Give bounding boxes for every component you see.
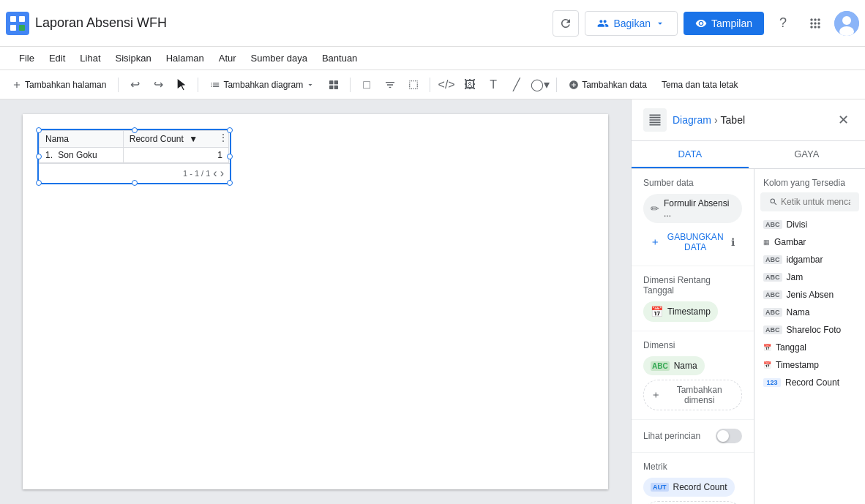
col-item-jenis-absen[interactable]: ABC Jenis Absen: [754, 286, 865, 304]
add-page-label: Tambahkan halaman: [25, 80, 106, 90]
shape-square-tool[interactable]: □: [356, 75, 377, 95]
tab-gaya[interactable]: GAYA: [749, 141, 866, 168]
resize-handle-tl[interactable]: [36, 127, 42, 133]
gabung-label: GABUNGKAN DATA: [664, 232, 727, 252]
share-button[interactable]: Bagikan: [585, 11, 678, 36]
col-item-divisi[interactable]: ABC Divisi: [754, 216, 865, 233]
col-type-abc: ABC: [763, 290, 782, 299]
col-name: Jenis Absen: [787, 290, 834, 300]
col-header-record-count: Record Count ▼: [123, 131, 228, 148]
user-avatar[interactable]: [834, 11, 859, 36]
timestamp-chip[interactable]: 📅 Timestamp: [643, 301, 718, 322]
canvas-area[interactable]: ⋮ Nama Record Count ▼: [0, 99, 631, 504]
image-tool[interactable]: 🖼: [460, 75, 480, 95]
menu-sumber-daya[interactable]: Sumber daya: [244, 50, 315, 67]
table-options-button[interactable]: ⋮: [218, 132, 228, 143]
col-type-abc: ABC: [763, 255, 782, 264]
dimensi-chip[interactable]: ABC Nama: [643, 356, 705, 375]
layout-tool[interactable]: [403, 75, 424, 95]
col-item-nama[interactable]: ABC Nama: [754, 304, 865, 321]
breadcrumb-current: Tabel: [721, 114, 745, 126]
select-tool[interactable]: [171, 75, 192, 95]
svg-rect-9: [334, 80, 338, 84]
info-icon[interactable]: ℹ: [731, 236, 735, 248]
app-logo: [6, 12, 29, 35]
menu-file[interactable]: File: [12, 50, 42, 67]
dimensi-label: Dimensi: [643, 340, 742, 350]
panel-header-icon: [643, 108, 667, 132]
col-item-gambar[interactable]: ▦ Gambar: [754, 233, 865, 251]
search-columns-input[interactable]: [781, 197, 850, 207]
topbar: Laporan Absensi WFH Bagikan Tampilan ?: [0, 0, 865, 47]
lihat-perincian-section: Lihat perincian: [632, 420, 754, 453]
dimensi-rentang-section: Dimensi Rentang Tanggal 📅 Timestamp: [632, 266, 754, 331]
more-shapes-tool[interactable]: ◯▾: [530, 75, 550, 95]
col-item-jam[interactable]: ABC Jam: [754, 268, 865, 286]
menu-sisipkan[interactable]: Sisipkan: [108, 50, 159, 67]
menu-halaman[interactable]: Halaman: [159, 50, 211, 67]
toolbar: Tambahkan halaman ↩ ↪ Tambahkan diagram …: [0, 70, 865, 99]
redo-button[interactable]: ↪: [148, 75, 168, 95]
col-item-shareloc[interactable]: ABC Shareloc Foto: [754, 321, 865, 339]
prev-page-button[interactable]: ‹: [213, 167, 217, 180]
source-chip[interactable]: ✏ Formulir Absensi ...: [643, 194, 742, 223]
text-tool[interactable]: T: [483, 75, 503, 95]
menu-lihat[interactable]: Lihat: [72, 50, 108, 67]
resize-handle-mr[interactable]: [227, 154, 233, 159]
code-tool[interactable]: </>: [436, 75, 457, 95]
panel-close-button[interactable]: ✕: [833, 110, 853, 130]
tampilan-button[interactable]: Tampilan: [684, 12, 764, 35]
svg-rect-0: [6, 12, 29, 35]
help-button[interactable]: ?: [770, 10, 796, 37]
undo-button[interactable]: ↩: [124, 75, 145, 95]
gabung-data-button[interactable]: GABUNGKAN DATA ℹ: [643, 227, 742, 257]
timestamp-value: Timestamp: [667, 306, 711, 317]
available-columns-col: Kolom yang Tersedia ABC Divisi ▦ Gambar …: [754, 169, 865, 504]
right-panel: Diagram › Tabel ✕ DATA GAYA Sumber data …: [631, 99, 865, 504]
col-name: Tanggal: [776, 342, 806, 353]
resize-handle-br[interactable]: [227, 180, 233, 186]
add-metric-button[interactable]: Tambahkan metrik: [643, 501, 742, 504]
add-data-button[interactable]: Tambahkan data: [563, 75, 653, 95]
breadcrumb-parent[interactable]: Diagram: [673, 114, 711, 126]
metrik-chip[interactable]: AUT Record Count: [643, 478, 735, 497]
panel-tabs: DATA GAYA: [632, 141, 865, 169]
component-tool[interactable]: [323, 75, 344, 95]
separator-2: [198, 78, 198, 92]
refresh-button[interactable]: [553, 10, 579, 37]
col-item-record-count[interactable]: 123 Record Count: [754, 374, 865, 391]
menu-bantuan[interactable]: Bantuan: [315, 50, 364, 67]
filter-tool[interactable]: [380, 75, 400, 95]
menu-edit[interactable]: Edit: [42, 50, 72, 67]
add-diagram-button[interactable]: Tambahkan diagram: [204, 75, 321, 95]
grid-button[interactable]: [802, 10, 828, 37]
search-icon: [769, 197, 778, 207]
tab-data[interactable]: DATA: [632, 141, 749, 168]
table-row: 1. Son Goku 1: [40, 148, 229, 163]
main-content: ⋮ Nama Record Count ▼: [0, 99, 865, 504]
svg-rect-8: [329, 80, 333, 84]
resize-handle-tc[interactable]: [132, 127, 138, 133]
source-name: Formulir Absensi ...: [664, 198, 735, 219]
next-page-button[interactable]: ›: [220, 167, 224, 180]
resize-handle-bc[interactable]: [132, 180, 138, 186]
line-tool[interactable]: ╱: [506, 75, 527, 95]
menu-atur[interactable]: Atur: [211, 50, 244, 67]
add-page-button[interactable]: Tambahkan halaman: [6, 75, 112, 95]
table-widget[interactable]: ⋮ Nama Record Count ▼: [37, 129, 231, 184]
col-item-timestamp[interactable]: 📅 Timestamp: [754, 356, 865, 374]
col-item-tanggal[interactable]: 📅 Tanggal: [754, 339, 865, 356]
resize-handle-bl[interactable]: [36, 180, 42, 186]
col-name: Jam: [787, 272, 804, 282]
theme-layout-button[interactable]: Tema dan tata letak: [656, 75, 744, 95]
separator-1: [118, 78, 119, 92]
col-item-idgambar[interactable]: ABC idgambar: [754, 251, 865, 268]
col-name: Timestamp: [776, 360, 819, 370]
lihat-perincian-label: Lihat perincian: [643, 431, 700, 441]
add-dimension-button[interactable]: Tambahkan dimensi: [643, 380, 742, 410]
svg-rect-1: [10, 16, 16, 22]
available-columns-header: Kolom yang Tersedia: [754, 169, 865, 192]
edit-icon: ✏: [651, 203, 659, 214]
lihat-perincian-toggle[interactable]: [716, 429, 742, 443]
resize-handle-ml[interactable]: [36, 154, 42, 159]
